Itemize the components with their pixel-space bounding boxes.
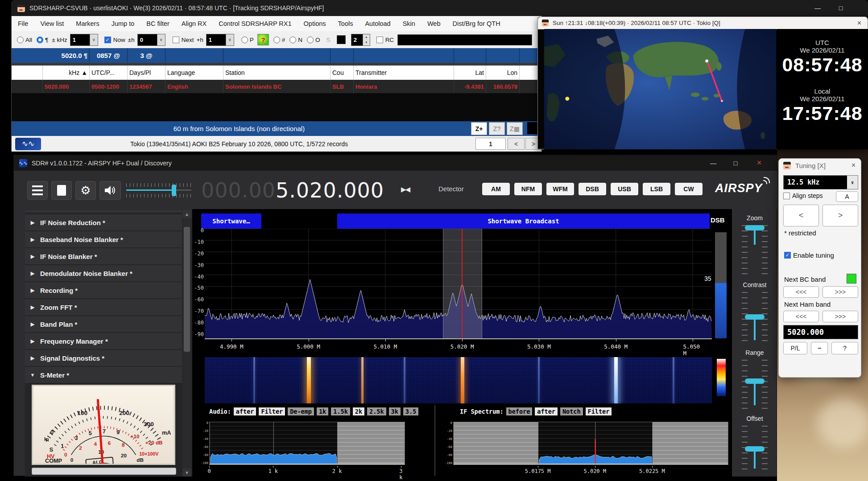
range-slider-thumb[interactable]	[745, 378, 765, 384]
frequency-entry-field[interactable]: 5020.000	[783, 325, 858, 339]
sdr-minimize-button[interactable]: —	[703, 160, 723, 167]
mode-button[interactable]: NFM	[514, 183, 542, 195]
column-header[interactable]: Station	[223, 66, 331, 80]
offset-slider[interactable]: Offset	[732, 415, 777, 472]
zoom-query-button[interactable]: Z?	[489, 122, 505, 135]
audio-filter-button[interactable]: De-emp	[288, 407, 314, 415]
minimize-button[interactable]: —	[807, 4, 828, 12]
enable-tuning-checkbox[interactable]: ✓	[784, 252, 791, 259]
column-header[interactable]: Lon	[486, 66, 520, 80]
sidebar-item-s-meter[interactable]: ▼ S-Meter *	[25, 367, 182, 383]
mode-button[interactable]: WFM	[546, 183, 574, 195]
mode-button[interactable]: USB	[611, 183, 638, 195]
audio-mute-button[interactable]	[99, 181, 121, 200]
column-header[interactable]: Language	[165, 66, 223, 80]
color-swatch-button[interactable]	[337, 35, 346, 44]
contrast-slider[interactable]: Contrast	[732, 281, 777, 345]
menu-hamburger-button[interactable]	[27, 181, 48, 200]
sidebar-scrollbar[interactable]: ▲ ▼	[182, 210, 191, 477]
sidebar-item-signal-diagnostics[interactable]: ▶ Signal Diagnostics *	[25, 350, 182, 366]
offset-slider-thumb[interactable]	[745, 446, 765, 452]
zoom-slider[interactable]: Zoom	[732, 214, 777, 279]
n-radio[interactable]	[289, 37, 296, 43]
frequency-display[interactable]: 000.005.020.000	[201, 178, 384, 203]
step-down-button[interactable]: <	[783, 205, 819, 226]
align-steps-checkbox[interactable]	[783, 193, 790, 199]
now-checkbox[interactable]: ✓	[104, 37, 111, 43]
map-close-button[interactable]: ×	[857, 19, 861, 27]
sidebar-item-recording[interactable]: ▶ Recording *	[25, 282, 182, 298]
count-spinner[interactable]: 2 ▲ ▼	[351, 34, 370, 46]
sidebar-item-demodulator-noise-blanker[interactable]: ▶ Demodulator Noise Blanker *	[25, 265, 182, 281]
current-frequency-row[interactable]: 5020.0 ¶0857 @3 @	[12, 48, 541, 63]
step-size-select[interactable]: 12.5 kHz ∨	[783, 175, 858, 189]
sidebar-item-frequency-manager[interactable]: ▶ Frequency Manager *	[25, 333, 182, 349]
menu-item[interactable]: Control SDRSHARP RX1	[219, 20, 291, 27]
audio-filter-button[interactable]: 3k	[389, 407, 401, 415]
sidebar-item-band-plan[interactable]: ▶ Band Plan *	[25, 316, 182, 332]
waterfall[interactable]	[205, 357, 712, 403]
menu-item[interactable]: Markers	[76, 20, 99, 27]
scrollbar-thumb[interactable]	[184, 227, 190, 352]
audio-filter-button[interactable]: 2.5k	[367, 407, 386, 415]
ham-band-prev-button[interactable]: <<<	[783, 311, 819, 322]
o-radio[interactable]	[307, 37, 314, 43]
ham-band-next-button[interactable]: >>>	[823, 311, 858, 322]
column-header[interactable]: kHz ▲	[43, 66, 90, 80]
scroll-down-icon[interactable]: ▼	[182, 469, 191, 477]
menu-item[interactable]: Skin	[403, 20, 415, 27]
plush-select[interactable]: 1 ∨	[206, 34, 234, 46]
snap-to-center-icon[interactable]: ▶◀	[401, 185, 409, 193]
prev-page-button[interactable]: <	[508, 138, 525, 150]
freeform-input[interactable]	[397, 34, 532, 45]
help-button[interactable]: ?	[831, 342, 858, 354]
column-header[interactable]: UTC/P...	[90, 66, 128, 80]
spin-down-icon[interactable]: ▼	[365, 41, 368, 44]
menu-item[interactable]: Dist/Brg for QTH	[452, 20, 500, 27]
audio-filter-button[interactable]: 2k	[353, 407, 364, 415]
contrast-slider-thumb[interactable]	[745, 314, 765, 320]
minus-button[interactable]: −	[811, 342, 828, 354]
bc-band-next-button[interactable]: >>>	[823, 286, 858, 298]
audio-filter-button[interactable]: 1.5k	[331, 407, 350, 415]
next-checkbox[interactable]	[173, 37, 179, 43]
column-header[interactable]: Lat	[454, 66, 486, 80]
all-radio[interactable]	[17, 37, 24, 43]
menu-item[interactable]: View list	[40, 20, 64, 27]
audio-filter-button[interactable]: 1k	[317, 407, 328, 415]
p-radio[interactable]	[241, 37, 248, 43]
rc-checkbox[interactable]	[376, 37, 383, 43]
pl-button[interactable]: P/L	[783, 342, 807, 354]
menu-item[interactable]: BC filter	[146, 20, 169, 27]
volume-slider-thumb[interactable]	[172, 185, 176, 196]
volume-slider[interactable]	[126, 183, 191, 197]
menu-item[interactable]: Autoload	[365, 20, 390, 27]
settings-button[interactable]: ⚙	[75, 181, 96, 200]
scroll-up-icon[interactable]: ▲	[182, 210, 191, 218]
menu-item[interactable]: Tools	[338, 20, 353, 27]
menu-item[interactable]: Options	[304, 20, 326, 27]
sdr-close-button[interactable]: ×	[749, 158, 769, 168]
spinner-arrows[interactable]: ▲ ▼	[363, 34, 370, 45]
zoom-grid-button[interactable]: Z▦	[507, 122, 523, 135]
menu-item[interactable]: File	[18, 20, 28, 27]
mode-button[interactable]: DSB	[579, 183, 606, 195]
menu-item[interactable]: Jump to	[112, 20, 135, 27]
spin-up-icon[interactable]: ▲	[365, 36, 368, 38]
table-row[interactable]: 5020.0000500-12001234567EnglishSolomon I…	[12, 80, 541, 93]
column-header[interactable]: Days/Pl	[128, 66, 165, 80]
sidebar-item-if-noise-blanker[interactable]: ▶ IF Noise Blanker *	[25, 248, 182, 264]
a-button[interactable]: A	[836, 191, 858, 202]
mode-button[interactable]: CW	[675, 183, 703, 195]
pmh-select[interactable]: 0 ∨	[137, 34, 165, 46]
audio-filter-button[interactable]: after	[234, 407, 256, 415]
column-header[interactable]: Transmitter	[354, 66, 454, 80]
range-slider[interactable]: Range	[732, 349, 777, 413]
sdr-maximize-button[interactable]: □	[725, 160, 746, 167]
if-filter-button[interactable]: after	[535, 407, 558, 415]
pilcrow-radio[interactable]	[37, 37, 43, 43]
step-up-button[interactable]: >	[823, 205, 858, 226]
if-filter-button[interactable]: Filter	[586, 407, 612, 415]
zoom-plus-button[interactable]: Z+	[471, 122, 487, 135]
if-filter-button[interactable]: before	[506, 407, 533, 415]
